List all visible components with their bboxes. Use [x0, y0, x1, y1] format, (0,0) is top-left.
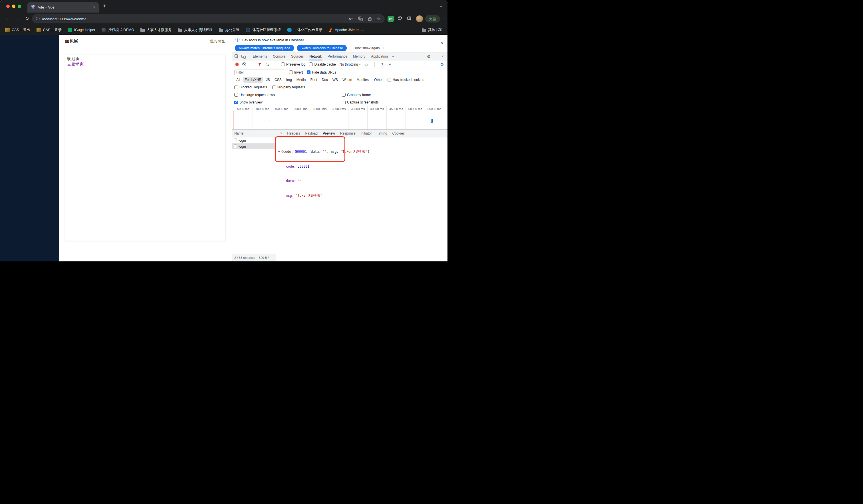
- disable-cache-checkbox[interactable]: ✓ Disable cache: [309, 62, 336, 66]
- invert-checkbox[interactable]: ✓ Invert: [289, 70, 303, 74]
- capture-screenshots-checkbox[interactable]: ✓ Capture screenshots: [342, 100, 379, 104]
- filter-chip-doc[interactable]: Doc: [320, 77, 329, 83]
- filter-funnel-icon[interactable]: [258, 62, 262, 66]
- devtools-close-icon[interactable]: ×: [441, 54, 444, 59]
- network-filter-input[interactable]: [234, 69, 285, 75]
- preserve-log-checkbox[interactable]: ✓ Preserve log: [281, 62, 305, 66]
- tab-sources[interactable]: Sources: [288, 52, 307, 61]
- extensions-puzzle-icon[interactable]: [397, 16, 402, 21]
- third-party-requests-checkbox[interactable]: ✓ 3rd-party requests: [272, 85, 305, 89]
- new-tab-button[interactable]: +: [103, 3, 106, 9]
- search-icon[interactable]: [265, 62, 270, 66]
- back-button[interactable]: ←: [4, 16, 10, 21]
- browser-tab[interactable]: Vite + Vue ×: [27, 2, 99, 13]
- match-language-button[interactable]: Always match Chrome's language: [235, 45, 294, 51]
- tab-memory[interactable]: Memory: [350, 52, 368, 61]
- clear-network-log-icon[interactable]: [242, 62, 246, 66]
- detail-tab-cookies[interactable]: Cookies: [390, 130, 407, 138]
- zoom-window-button[interactable]: [18, 4, 21, 8]
- minimize-window-button[interactable]: [12, 4, 15, 8]
- detail-tab-payload[interactable]: Payload: [303, 130, 320, 138]
- share-icon[interactable]: [367, 16, 372, 21]
- reload-button[interactable]: ↻: [25, 16, 29, 21]
- tab-console[interactable]: Console: [270, 52, 288, 61]
- password-key-icon[interactable]: [349, 16, 353, 21]
- bookmark-cas-logout[interactable]: CAS – 登出: [5, 28, 30, 33]
- tab-application[interactable]: Application: [368, 52, 391, 61]
- request-row-login-1[interactable]: login: [232, 138, 276, 143]
- bookmark-jmeter[interactable]: Apache JMeter -...: [328, 28, 364, 32]
- tab-elements[interactable]: Elements: [250, 52, 270, 61]
- preview-summary-line[interactable]: ▼{code: 500001, data: "", msg: "Token认证失…: [278, 150, 448, 155]
- filter-chip-font[interactable]: Font: [308, 77, 319, 83]
- devtools-settings-icon[interactable]: ⚙: [427, 54, 431, 59]
- filter-chip-all[interactable]: All: [234, 77, 242, 83]
- site-info-icon[interactable]: ⓘ: [36, 16, 40, 21]
- dont-show-again-button[interactable]: Don't show again: [350, 45, 384, 51]
- filter-chip-ws[interactable]: WS: [330, 77, 340, 83]
- filter-chip-other[interactable]: Other: [372, 77, 385, 83]
- request-row-login-2[interactable]: login: [232, 143, 276, 150]
- bookmark-sports-club[interactable]: 体育社团管理系统: [246, 28, 281, 33]
- bookmark-auth-demo[interactable]: 授权模式 DEMO: [102, 28, 134, 33]
- detail-close-icon[interactable]: ×: [278, 131, 285, 136]
- use-large-rows-checkbox[interactable]: ✓ Use large request rows: [234, 93, 275, 97]
- bookmark-office-system[interactable]: 办公系统: [219, 28, 239, 33]
- tab-performance[interactable]: Performance: [325, 52, 350, 61]
- bookmark-star-icon[interactable]: ☆: [377, 16, 381, 21]
- tab-search-icon[interactable]: ⌄: [439, 3, 443, 8]
- bookmark-workbench-login[interactable]: 一体化工作台登录: [287, 28, 322, 33]
- translate-icon[interactable]: [358, 16, 363, 21]
- bookmark-cas-login[interactable]: CAS – 登录: [37, 28, 62, 33]
- detail-tab-headers[interactable]: Headers: [285, 130, 302, 138]
- requests-name-header[interactable]: Name: [232, 130, 276, 138]
- bookmark-iguge[interactable]: iGuge Helper: [68, 28, 95, 32]
- inspect-element-icon[interactable]: [234, 54, 239, 59]
- omnibox[interactable]: ⓘ localhost:9999/#/welcome ☆: [32, 14, 385, 23]
- record-network-log-button[interactable]: [236, 63, 239, 66]
- filter-chip-img[interactable]: Img: [284, 77, 294, 83]
- url-text[interactable]: localhost:9999/#/welcome: [42, 17, 349, 21]
- network-settings-gear-icon[interactable]: ⚙: [440, 62, 444, 67]
- bookmark-hr-test-env[interactable]: 人事人才测试环境: [178, 28, 213, 33]
- blocked-requests-checkbox[interactable]: ✓ Blocked Requests: [234, 85, 267, 89]
- translate-extension-icon[interactable]: ON: [388, 16, 394, 22]
- switch-to-chinese-button[interactable]: Switch DevTools to Chinese: [297, 45, 347, 51]
- close-window-button[interactable]: [6, 4, 10, 8]
- device-toolbar-icon[interactable]: [241, 54, 246, 59]
- update-chrome-button[interactable]: 更新: [425, 15, 440, 23]
- detail-tab-preview[interactable]: Preview: [320, 130, 338, 138]
- forward-button[interactable]: →: [15, 16, 20, 21]
- filter-chip-wasm[interactable]: Wasm: [340, 77, 354, 83]
- detail-tab-response[interactable]: Response: [338, 130, 358, 138]
- detail-tab-initiator[interactable]: Initiator: [358, 130, 374, 138]
- tab-network[interactable]: Network: [307, 52, 325, 61]
- go-login-link[interactable]: 去登录页: [67, 61, 223, 66]
- detail-tab-timing[interactable]: Timing: [374, 130, 390, 138]
- network-conditions-icon[interactable]: [364, 62, 369, 66]
- header-username[interactable]: 我心向阳: [210, 39, 225, 44]
- profile-avatar[interactable]: [416, 15, 423, 22]
- filter-chip-fetch-xhr[interactable]: Fetch/XHR: [242, 77, 263, 83]
- filter-chip-css[interactable]: CSS: [273, 77, 284, 83]
- bookmark-favicon: [329, 28, 333, 32]
- import-har-icon[interactable]: [380, 62, 384, 66]
- hide-data-urls-checkbox[interactable]: ✓ Hide data URLs: [307, 70, 336, 74]
- filter-chip-media[interactable]: Media: [295, 77, 308, 83]
- group-by-frame-checkbox[interactable]: ✓ Group by frame: [342, 93, 371, 97]
- devtools-menu-kebab-icon[interactable]: ⋮: [434, 54, 438, 59]
- more-tabs-icon[interactable]: »: [391, 54, 395, 59]
- side-panel-icon[interactable]: [407, 16, 412, 21]
- infobar-close-icon[interactable]: ×: [441, 41, 443, 46]
- network-overview-timeline[interactable]: 5000 ms 10000 ms 15000 ms 20000 ms 25000…: [232, 106, 448, 130]
- other-bookmarks-button[interactable]: 其他书签: [422, 28, 442, 33]
- has-blocked-cookies-checkbox[interactable]: ✓ Has blocked cookies: [388, 78, 424, 82]
- filter-chip-manifest[interactable]: Manifest: [355, 77, 372, 83]
- tab-close-icon[interactable]: ×: [93, 5, 95, 9]
- throttling-dropdown[interactable]: No throttling ▾: [340, 62, 361, 66]
- export-har-icon[interactable]: [388, 62, 392, 66]
- show-overview-checkbox[interactable]: ✓ Show overview: [234, 100, 263, 104]
- bookmark-hr-microservice[interactable]: 人事人才微服务: [140, 28, 172, 33]
- filter-chip-js[interactable]: JS: [264, 77, 272, 83]
- browser-menu-kebab-icon[interactable]: ⋮: [442, 16, 447, 21]
